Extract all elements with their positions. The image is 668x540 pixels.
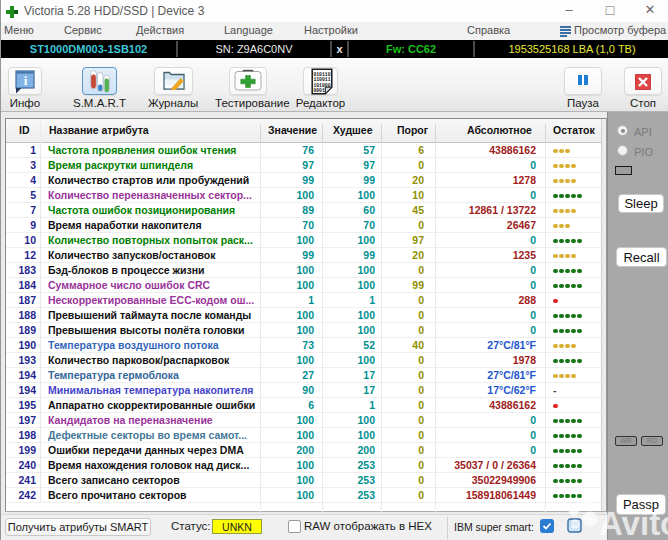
- svg-text:0001: 0001: [313, 87, 325, 94]
- svg-text:i: i: [24, 73, 28, 88]
